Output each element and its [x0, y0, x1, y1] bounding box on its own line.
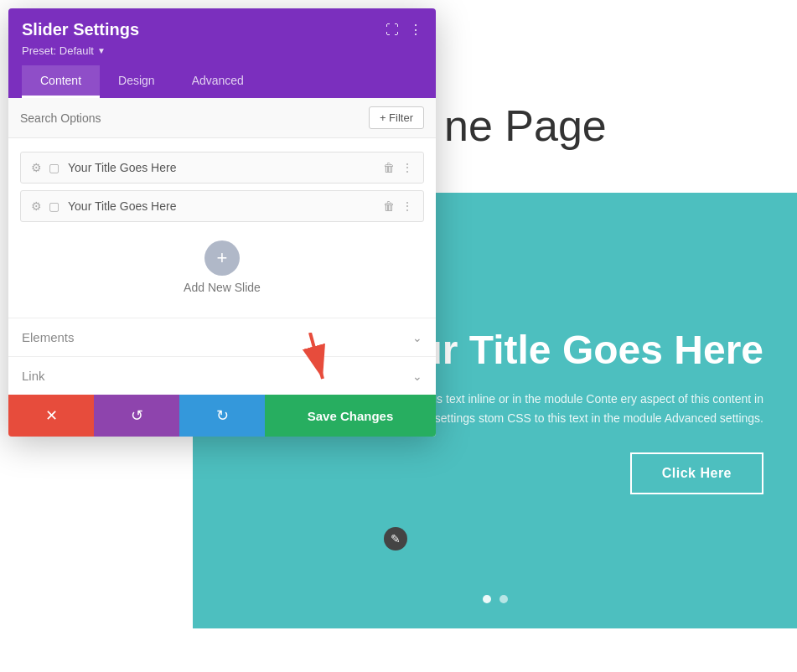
- panel-header: Slider Settings ⛶ ⋮ Preset: Default ▼ Co…: [8, 8, 436, 98]
- slide-2-label: Your Title Goes Here: [68, 199, 375, 213]
- slide-1-right-icons: 🗑 ⋮: [383, 161, 413, 174]
- page-title: ne Page: [444, 101, 607, 151]
- search-input[interactable]: [20, 111, 362, 125]
- slider-dots: [483, 595, 508, 603]
- add-slide-label: Add New Slide: [184, 281, 261, 294]
- slide-2-delete-icon[interactable]: 🗑: [383, 199, 395, 213]
- link-chevron-icon: ⌄: [412, 370, 422, 383]
- slides-list: ⚙ ▢ Your Title Goes Here 🗑 ⋮ ⚙ ▢ Your Ti…: [8, 138, 436, 318]
- slide-2-settings-icon[interactable]: ⚙: [31, 199, 42, 213]
- preset-chevron-icon: ▼: [97, 46, 106, 55]
- slide-1-left-icons: ⚙ ▢: [31, 161, 60, 174]
- tab-advanced[interactable]: Advanced: [173, 65, 262, 98]
- tab-content[interactable]: Content: [22, 65, 100, 98]
- preset-selector[interactable]: Preset: Default ▼: [22, 44, 422, 57]
- slide-item-2: ⚙ ▢ Your Title Goes Here 🗑 ⋮: [20, 190, 424, 222]
- slide-1-delete-icon[interactable]: 🗑: [383, 161, 395, 174]
- slider-cta-button[interactable]: Click Here: [630, 452, 763, 494]
- panel-header-top: Slider Settings ⛶ ⋮: [22, 20, 422, 39]
- dot-1: [483, 595, 491, 603]
- panel-tabs: Content Design Advanced: [22, 65, 422, 98]
- dot-2: [499, 595, 508, 603]
- elements-chevron-icon: ⌄: [412, 331, 422, 344]
- expand-icon[interactable]: ⛶: [386, 23, 399, 38]
- slide-2-more-icon[interactable]: ⋮: [401, 199, 413, 213]
- slide-2-left-icons: ⚙ ▢: [31, 199, 60, 213]
- more-options-icon[interactable]: ⋮: [409, 22, 422, 38]
- add-slide-button[interactable]: +: [204, 240, 240, 276]
- slide-1-settings-icon[interactable]: ⚙: [31, 161, 42, 174]
- slide-item-1: ⚙ ▢ Your Title Goes Here 🗑 ⋮: [20, 152, 424, 184]
- search-bar: + Filter: [8, 98, 436, 138]
- add-slide-area: + Add New Slide: [20, 229, 424, 311]
- elements-section[interactable]: Elements ⌄: [8, 318, 436, 356]
- link-section[interactable]: Link ⌄: [8, 356, 436, 395]
- slide-2-copy-icon[interactable]: ▢: [49, 199, 60, 213]
- slide-1-copy-icon[interactable]: ▢: [49, 161, 60, 174]
- panel-title: Slider Settings: [22, 20, 139, 39]
- slider-settings-panel: Slider Settings ⛶ ⋮ Preset: Default ▼ Co…: [8, 8, 436, 437]
- redo-button[interactable]: ↻: [179, 395, 265, 437]
- filter-button[interactable]: + Filter: [369, 106, 424, 129]
- panel-toolbar: ✕ ↺ ↻ Save Changes: [8, 395, 436, 437]
- mouse-cursor-icon: ✎: [384, 527, 407, 551]
- preset-label: Preset: Default: [22, 44, 94, 57]
- panel-body: + Filter ⚙ ▢ Your Title Goes Here 🗑 ⋮ ⚙: [8, 98, 436, 395]
- slide-1-more-icon[interactable]: ⋮: [401, 161, 413, 174]
- slide-2-right-icons: 🗑 ⋮: [383, 199, 413, 213]
- tab-design[interactable]: Design: [100, 65, 173, 98]
- panel-header-icons: ⛶ ⋮: [386, 22, 422, 38]
- undo-button[interactable]: ↺: [94, 395, 179, 437]
- elements-label: Elements: [22, 330, 75, 344]
- save-button[interactable]: Save Changes: [265, 395, 436, 437]
- link-label: Link: [22, 369, 45, 383]
- cancel-button[interactable]: ✕: [8, 395, 94, 437]
- slide-1-label: Your Title Goes Here: [68, 161, 375, 174]
